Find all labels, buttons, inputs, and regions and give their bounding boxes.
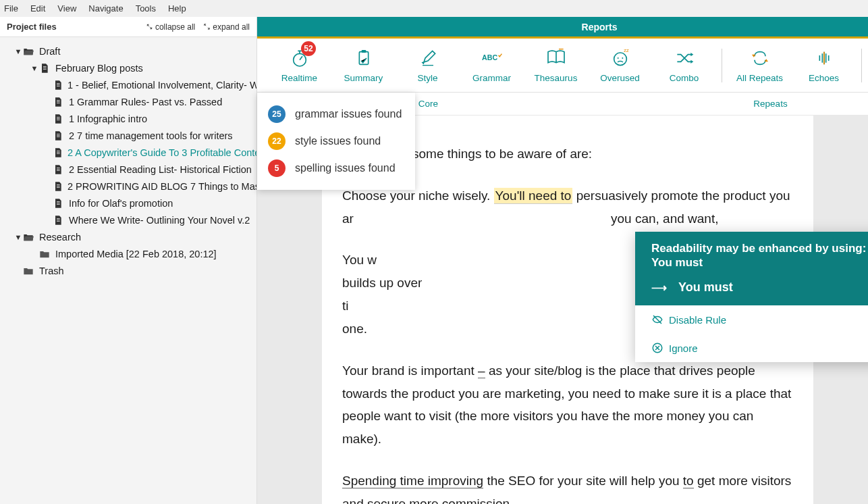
doc-paragraph: Your brand is important – as your site/b… [342,359,793,451]
book-icon [545,47,567,69]
menu-edit[interactable]: Edit [30,3,45,14]
eye-off-icon [651,313,669,326]
folder-icon [39,249,51,259]
ignore-button[interactable]: Ignore ⤵ [635,334,868,362]
menu-tools[interactable]: Tools [136,3,156,14]
document-icon [39,63,51,74]
chevron-down-icon: ▼ [13,47,23,55]
document-icon [53,181,63,192]
toolbar-summary[interactable]: Summary [331,39,396,93]
spelling-issues-row[interactable]: 5 spelling issues found [257,155,415,182]
menu-help[interactable]: Help [168,3,186,14]
toolbar-thesaurus[interactable]: Thesaurus [524,39,588,93]
file-item[interactable]: 2 PROWRITING AID BLOG 7 Things to Master [0,178,256,195]
suggestion-popup: Readability may be enhanced by using: Yo… [635,232,868,362]
toolbar-style[interactable]: Style [396,39,460,93]
reports-toolbar: 52 Realtime Summary Style ABC Grammar Th… [257,39,868,93]
svg-point-6 [622,57,623,59]
svg-text:ABC: ABC [482,53,497,61]
folder-imported-media[interactable]: Imported Media [22 Feb 2018, 20:12] [0,245,256,262]
menubar: File Edit View Navigate Tools Help [0,0,868,17]
svg-point-0 [293,53,306,66]
file-item-selected[interactable]: 2 A Copywriter's Guide To 3 Profitable C… [0,144,256,161]
close-circle-icon [651,342,669,354]
folder-open-icon [23,232,35,243]
chevron-down-icon: ▼ [30,64,39,72]
toolbar-echoes[interactable]: Echoes [792,39,856,93]
file-item[interactable]: 1 Grammar Rules- Past vs. Passed [0,93,256,110]
folder-open-icon [23,46,35,57]
project-files-title: Project files [7,22,138,32]
svg-rect-2 [361,50,366,53]
disable-rule-button[interactable]: Disable Rule ⤵ [635,305,868,334]
toolbar-combo[interactable]: Combo [652,39,716,93]
menu-navigate[interactable]: Navigate [88,3,123,14]
project-files-panel: Project files collapse all expand all ▼ … [0,17,257,504]
shuffle-icon [674,47,695,69]
style-issues-row[interactable]: 22 style issues found [257,128,415,155]
document-icon [53,164,65,175]
apply-suggestion-button[interactable]: ⟶ You must ⤵ [635,280,868,305]
toolbar-separator [722,49,722,82]
document-icon [53,215,65,226]
file-item[interactable]: 2 7 time management tools for writers [0,127,256,144]
file-item[interactable]: Where We Write- Outlining Your Novel v.2 [0,211,256,228]
doc-paragraph: Choose your niche wisely. You'll need to… [342,184,793,230]
grammar-count-badge: 25 [268,105,286,123]
folder-icon [23,266,35,276]
spelling-count-badge: 5 [268,159,286,177]
project-files-header: Project files collapse all expand all [0,17,256,37]
arrow-right-icon: ⟶ [651,281,666,294]
file-tree: ▼ Draft ▼ February Blog posts 1 - Belief… [0,37,256,284]
folder-february[interactable]: ▼ February Blog posts [0,59,256,76]
pencil-icon [417,47,439,69]
document-icon [53,147,63,158]
doc-paragraph: Spending time improving the SEO for your… [342,470,793,504]
soundwave-icon [813,47,835,69]
svg-text:zz: zz [624,47,629,53]
svg-point-5 [617,57,618,59]
document-icon [53,114,65,124]
file-item[interactable]: 2 Essential Reading List- Historical Fic… [0,161,256,178]
document-icon [53,97,65,107]
highlighted-phrase[interactable]: You'll need to [494,188,573,204]
editor-panel: Reports 52 Realtime Summary Style ABC Gr… [257,17,868,504]
file-item[interactable]: 1 Infographic intro [0,110,256,127]
toolbar-realtime[interactable]: 52 Realtime [267,39,331,93]
folder-research[interactable]: ▼ Research [0,228,256,245]
clipboard-icon [353,47,375,69]
toolbar-separator [861,49,862,82]
grammar-issues-row[interactable]: 25 grammar issues found [257,101,415,128]
svg-rect-1 [359,52,368,65]
document-icon [53,198,65,209]
tired-face-icon: zz [609,47,631,69]
file-item[interactable]: Info for Olaf's promotion [0,195,256,211]
file-item[interactable]: 1 - Belief, Emotional Involvement, Clari… [0,76,256,93]
reports-bar: Reports [257,17,868,39]
repeat-icon [749,47,771,69]
menu-view[interactable]: View [57,3,76,14]
svg-point-4 [614,53,626,66]
folder-trash[interactable]: Trash [0,262,256,279]
suggestion-header: Readability may be enhanced by using: Yo… [635,232,868,280]
expand-icon [203,23,211,30]
subtab-repeats[interactable]: Repeats [599,93,868,115]
toolbar-grammar[interactable]: ABC Grammar [460,39,524,93]
doc-line: some things to be aware of are: [412,143,793,166]
toolbar-all-repeats[interactable]: All Repeats [728,39,792,93]
collapse-all-button[interactable]: collapse all [146,22,195,32]
expand-all-button[interactable]: expand all [203,22,250,32]
document-icon [53,130,65,141]
issues-summary-popup: 25 grammar issues found 22 style issues … [257,93,415,190]
folder-draft[interactable]: ▼ Draft [0,43,256,59]
collapse-icon [146,23,153,30]
menu-file[interactable]: File [4,3,18,14]
toolbar-overused[interactable]: zz Overused [588,39,652,93]
issues-badge: 52 [301,41,316,56]
chevron-down-icon: ▼ [13,233,23,241]
abc-check-icon: ABC [481,47,503,69]
document-icon [53,80,63,91]
style-count-badge: 22 [268,132,286,150]
